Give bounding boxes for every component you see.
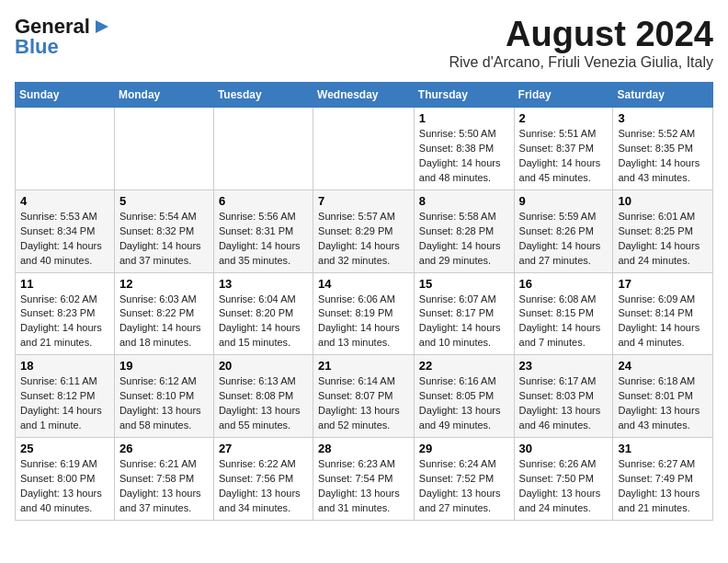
calendar-cell: 25Sunrise: 6:19 AM Sunset: 8:00 PM Dayli… [16, 438, 115, 521]
header-cell-tuesday: Tuesday [213, 83, 313, 108]
calendar-cell: 21Sunrise: 6:14 AM Sunset: 8:07 PM Dayli… [313, 355, 415, 438]
calendar-cell: 20Sunrise: 6:13 AM Sunset: 8:08 PM Dayli… [213, 355, 313, 438]
calendar-cell: 16Sunrise: 6:08 AM Sunset: 8:15 PM Dayli… [514, 272, 613, 355]
day-info: Sunrise: 6:21 AM Sunset: 7:58 PM Dayligh… [119, 457, 209, 516]
day-info: Sunrise: 6:07 AM Sunset: 8:17 PM Dayligh… [419, 293, 509, 351]
day-number: 4 [20, 194, 109, 208]
day-number: 6 [219, 194, 308, 208]
day-number: 2 [519, 111, 609, 125]
day-number: 10 [618, 194, 708, 208]
logo-blue: Blue [15, 35, 59, 59]
day-number: 3 [618, 111, 708, 125]
day-number: 22 [419, 359, 509, 373]
day-number: 20 [219, 359, 308, 373]
day-info: Sunrise: 6:27 AM Sunset: 7:49 PM Dayligh… [618, 457, 708, 516]
day-info: Sunrise: 6:03 AM Sunset: 8:22 PM Dayligh… [119, 293, 209, 351]
day-info: Sunrise: 5:54 AM Sunset: 8:32 PM Dayligh… [119, 210, 209, 269]
day-number: 24 [618, 359, 708, 373]
day-info: Sunrise: 6:18 AM Sunset: 8:01 PM Dayligh… [618, 374, 708, 433]
header-cell-monday: Monday [114, 83, 213, 108]
day-info: Sunrise: 6:06 AM Sunset: 8:19 PM Dayligh… [318, 293, 409, 351]
header-row: SundayMondayTuesdayWednesdayThursdayFrid… [16, 83, 713, 108]
day-number: 26 [119, 442, 209, 455]
week-row-2: 4Sunrise: 5:53 AM Sunset: 8:34 PM Daylig… [16, 190, 713, 272]
header-cell-saturday: Saturday [613, 83, 713, 108]
calendar-body: 1Sunrise: 5:50 AM Sunset: 8:38 PM Daylig… [16, 108, 713, 521]
calendar-cell: 8Sunrise: 5:58 AM Sunset: 8:28 PM Daylig… [414, 190, 514, 272]
day-info: Sunrise: 5:58 AM Sunset: 8:28 PM Dayligh… [419, 210, 509, 269]
calendar-cell: 28Sunrise: 6:23 AM Sunset: 7:54 PM Dayli… [313, 438, 415, 521]
calendar-cell: 6Sunrise: 5:56 AM Sunset: 8:31 PM Daylig… [213, 190, 313, 272]
week-row-1: 1Sunrise: 5:50 AM Sunset: 8:38 PM Daylig… [16, 108, 713, 190]
day-number: 13 [219, 277, 308, 291]
calendar-cell: 7Sunrise: 5:57 AM Sunset: 8:29 PM Daylig… [313, 190, 415, 272]
day-number: 29 [419, 442, 509, 455]
calendar-cell: 23Sunrise: 6:17 AM Sunset: 8:03 PM Dayli… [514, 355, 613, 438]
calendar-cell: 22Sunrise: 6:16 AM Sunset: 8:05 PM Dayli… [414, 355, 514, 438]
calendar-cell: 19Sunrise: 6:12 AM Sunset: 8:10 PM Dayli… [114, 355, 213, 438]
calendar-cell [313, 108, 415, 190]
day-info: Sunrise: 6:16 AM Sunset: 8:05 PM Dayligh… [419, 374, 509, 433]
day-info: Sunrise: 6:12 AM Sunset: 8:10 PM Dayligh… [119, 374, 209, 433]
day-info: Sunrise: 6:17 AM Sunset: 8:03 PM Dayligh… [519, 374, 609, 433]
day-info: Sunrise: 6:02 AM Sunset: 8:23 PM Dayligh… [20, 293, 109, 351]
svg-marker-0 [96, 20, 108, 33]
day-number: 23 [519, 359, 609, 373]
calendar-cell: 30Sunrise: 6:26 AM Sunset: 7:50 PM Dayli… [514, 438, 613, 521]
day-info: Sunrise: 6:19 AM Sunset: 8:00 PM Dayligh… [20, 457, 109, 516]
calendar-cell: 9Sunrise: 5:59 AM Sunset: 8:26 PM Daylig… [514, 190, 613, 272]
day-number: 28 [318, 442, 409, 455]
day-number: 17 [618, 277, 708, 291]
day-info: Sunrise: 5:57 AM Sunset: 8:29 PM Dayligh… [318, 210, 409, 269]
calendar-cell: 17Sunrise: 6:09 AM Sunset: 8:14 PM Dayli… [613, 272, 713, 355]
day-info: Sunrise: 6:26 AM Sunset: 7:50 PM Dayligh… [519, 457, 609, 516]
calendar-cell: 3Sunrise: 5:52 AM Sunset: 8:35 PM Daylig… [613, 108, 713, 190]
calendar-cell: 31Sunrise: 6:27 AM Sunset: 7:49 PM Dayli… [613, 438, 713, 521]
calendar-cell: 26Sunrise: 6:21 AM Sunset: 7:58 PM Dayli… [114, 438, 213, 521]
day-info: Sunrise: 5:51 AM Sunset: 8:37 PM Dayligh… [519, 127, 609, 186]
week-row-4: 18Sunrise: 6:11 AM Sunset: 8:12 PM Dayli… [16, 355, 713, 438]
day-info: Sunrise: 5:50 AM Sunset: 8:38 PM Dayligh… [419, 127, 509, 186]
calendar-cell: 12Sunrise: 6:03 AM Sunset: 8:22 PM Dayli… [114, 272, 213, 355]
day-info: Sunrise: 5:53 AM Sunset: 8:34 PM Dayligh… [20, 210, 109, 269]
location-subtitle: Rive d'Arcano, Friuli Venezia Giulia, It… [449, 54, 713, 71]
calendar-cell: 13Sunrise: 6:04 AM Sunset: 8:20 PM Dayli… [213, 272, 313, 355]
day-number: 25 [20, 442, 109, 455]
day-number: 7 [318, 194, 409, 208]
calendar-cell: 15Sunrise: 6:07 AM Sunset: 8:17 PM Dayli… [414, 272, 514, 355]
calendar-cell: 4Sunrise: 5:53 AM Sunset: 8:34 PM Daylig… [16, 190, 115, 272]
week-row-5: 25Sunrise: 6:19 AM Sunset: 8:00 PM Dayli… [16, 438, 713, 521]
day-info: Sunrise: 6:01 AM Sunset: 8:25 PM Dayligh… [618, 210, 708, 269]
day-info: Sunrise: 6:24 AM Sunset: 7:52 PM Dayligh… [419, 457, 509, 516]
calendar-cell: 2Sunrise: 5:51 AM Sunset: 8:37 PM Daylig… [514, 108, 613, 190]
day-info: Sunrise: 5:56 AM Sunset: 8:31 PM Dayligh… [219, 210, 308, 269]
calendar-header: SundayMondayTuesdayWednesdayThursdayFrid… [16, 83, 713, 108]
calendar-cell: 14Sunrise: 6:06 AM Sunset: 8:19 PM Dayli… [313, 272, 415, 355]
logo: General Blue [15, 15, 112, 59]
calendar-cell: 10Sunrise: 6:01 AM Sunset: 8:25 PM Dayli… [613, 190, 713, 272]
day-number: 31 [618, 442, 708, 455]
day-number: 19 [119, 359, 209, 373]
calendar-cell: 5Sunrise: 5:54 AM Sunset: 8:32 PM Daylig… [114, 190, 213, 272]
day-info: Sunrise: 5:59 AM Sunset: 8:26 PM Dayligh… [519, 210, 609, 269]
calendar-cell: 11Sunrise: 6:02 AM Sunset: 8:23 PM Dayli… [16, 272, 115, 355]
day-info: Sunrise: 6:23 AM Sunset: 7:54 PM Dayligh… [318, 457, 409, 516]
header-cell-sunday: Sunday [16, 83, 115, 108]
day-number: 18 [20, 359, 109, 373]
header-cell-friday: Friday [514, 83, 613, 108]
calendar-cell [114, 108, 213, 190]
calendar-cell: 27Sunrise: 6:22 AM Sunset: 7:56 PM Dayli… [213, 438, 313, 521]
day-number: 16 [519, 277, 609, 291]
day-info: Sunrise: 6:22 AM Sunset: 7:56 PM Dayligh… [219, 457, 308, 516]
week-row-3: 11Sunrise: 6:02 AM Sunset: 8:23 PM Dayli… [16, 272, 713, 355]
calendar-cell [213, 108, 313, 190]
day-number: 11 [20, 277, 109, 291]
calendar-table: SundayMondayTuesdayWednesdayThursdayFrid… [15, 82, 713, 521]
day-number: 15 [419, 277, 509, 291]
day-number: 21 [318, 359, 409, 373]
day-info: Sunrise: 6:04 AM Sunset: 8:20 PM Dayligh… [219, 293, 308, 351]
calendar-cell: 29Sunrise: 6:24 AM Sunset: 7:52 PM Dayli… [414, 438, 514, 521]
logo-arrow-icon [92, 17, 112, 37]
day-number: 30 [519, 442, 609, 455]
day-info: Sunrise: 6:13 AM Sunset: 8:08 PM Dayligh… [219, 374, 308, 433]
